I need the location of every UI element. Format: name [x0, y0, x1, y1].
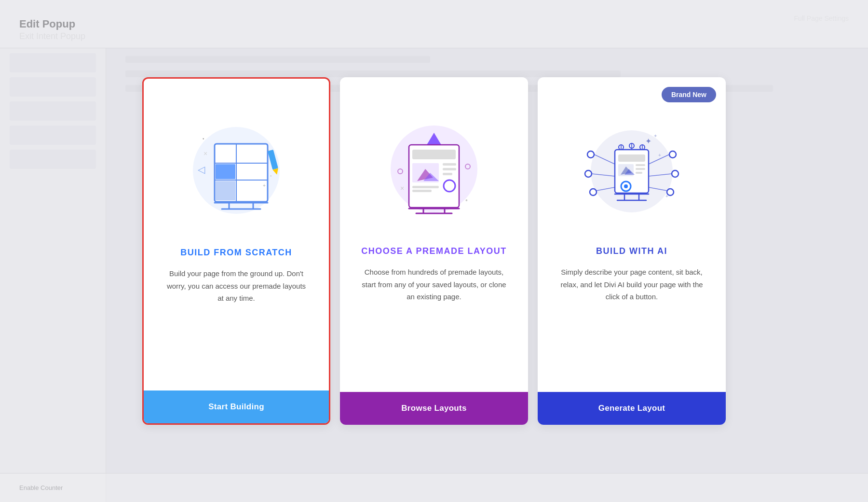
- svg-rect-47: [636, 168, 645, 170]
- svg-rect-29: [443, 168, 456, 170]
- svg-rect-42: [618, 154, 645, 162]
- svg-rect-48: [636, 172, 642, 174]
- brand-new-badge: Brand New: [662, 87, 716, 102]
- svg-point-50: [624, 184, 628, 188]
- card-ai-description: Simply describe your page content, sit b…: [559, 266, 704, 303]
- svg-text:+: +: [263, 183, 266, 188]
- svg-rect-6: [216, 181, 235, 200]
- card-scratch[interactable]: ◁ × • + • • BUILD FROM SCRATCH Build y: [142, 77, 330, 425]
- svg-rect-22: [412, 150, 456, 159]
- card-scratch-content: ◁ × • + • • BUILD FROM SCRATCH Build y: [149, 79, 323, 390]
- svg-text:◁: ◁: [198, 164, 205, 175]
- generate-layout-button[interactable]: Generate Layout: [538, 392, 726, 425]
- start-building-button[interactable]: Start Building: [144, 390, 329, 423]
- card-ai-content: ✦ + + ✦: [545, 77, 719, 392]
- svg-text:+: +: [658, 153, 661, 158]
- card-scratch-illustration: ◁ × • + • •: [169, 98, 304, 233]
- svg-point-51: [587, 151, 594, 158]
- svg-point-55: [590, 189, 597, 195]
- svg-point-57: [669, 151, 676, 158]
- svg-text:•: •: [268, 148, 269, 152]
- svg-rect-27: [412, 190, 432, 192]
- svg-text:✦: ✦: [645, 137, 651, 145]
- card-premade[interactable]: × • CHOOSE A PREMADE LAYOUT Choose from …: [340, 77, 528, 425]
- cards-container: ◁ × • + • • BUILD FROM SCRATCH Build y: [133, 68, 735, 434]
- svg-text:•: •: [203, 136, 204, 141]
- card-scratch-description: Build your page from the ground up. Don'…: [164, 267, 309, 305]
- card-ai-title: BUILD WITH AI: [596, 246, 667, 256]
- svg-rect-28: [443, 163, 456, 166]
- card-ai-illustration: ✦ + + ✦: [564, 97, 699, 232]
- card-premade-content: × • CHOOSE A PREMADE LAYOUT Choose from …: [347, 77, 521, 392]
- card-premade-illustration: × •: [366, 97, 502, 232]
- card-premade-description: Choose from hundreds of premade layouts,…: [362, 266, 506, 303]
- svg-text:•: •: [465, 196, 468, 204]
- svg-point-59: [672, 170, 678, 177]
- svg-text:+: +: [665, 194, 668, 199]
- svg-rect-5: [216, 164, 235, 179]
- browse-layouts-button[interactable]: Browse Layouts: [340, 392, 528, 425]
- svg-text:✦: ✦: [653, 133, 657, 139]
- card-ai[interactable]: Brand New: [538, 77, 726, 425]
- card-premade-title: CHOOSE A PREMADE LAYOUT: [361, 246, 507, 256]
- svg-rect-46: [636, 164, 645, 166]
- svg-rect-26: [412, 186, 439, 188]
- svg-text:•: •: [270, 173, 272, 179]
- svg-text:×: ×: [203, 150, 207, 157]
- svg-text:×: ×: [400, 184, 404, 192]
- svg-rect-30: [443, 173, 452, 175]
- svg-point-53: [585, 170, 592, 177]
- card-scratch-title: BUILD FROM SCRATCH: [180, 248, 292, 258]
- modal-backdrop: ◁ × • + • • BUILD FROM SCRATCH Build y: [0, 0, 868, 502]
